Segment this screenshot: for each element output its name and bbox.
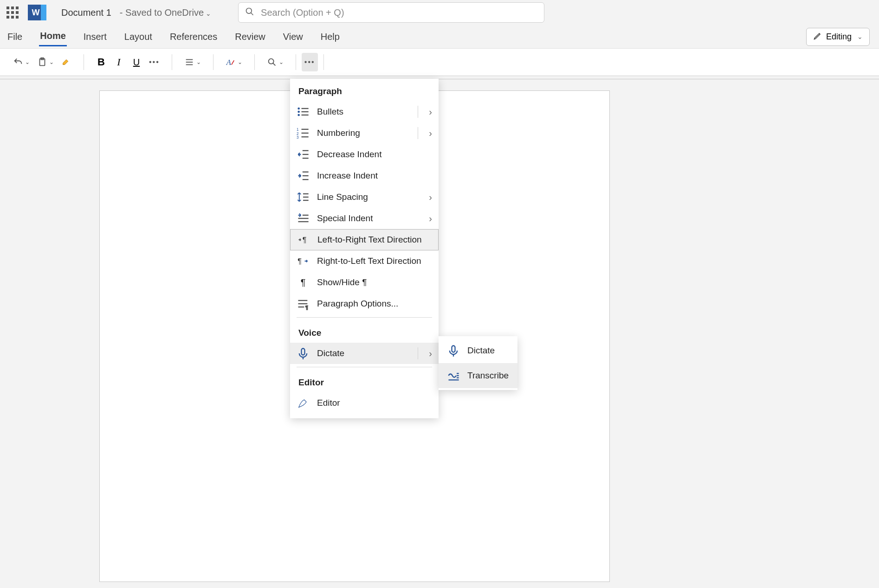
more-font-button[interactable]: ••• — [146, 53, 162, 71]
menu-rtl-direction[interactable]: ¶ Right-to-Left Text Direction — [290, 250, 439, 272]
tab-review[interactable]: Review — [234, 28, 266, 46]
italic-button[interactable]: I — [111, 53, 127, 71]
separator — [323, 54, 324, 70]
menu-line-spacing[interactable]: Line Spacing › — [290, 186, 439, 208]
menu-paragraph-options[interactable]: ¶ Paragraph Options... — [290, 293, 439, 314]
more-commands-menu: Paragraph Bullets › 123 Numbering › Decr… — [290, 79, 439, 418]
menu-label: Editor — [317, 398, 340, 408]
decrease-indent-icon — [297, 149, 310, 160]
chevron-down-icon: ⌄ — [206, 10, 211, 17]
pilcrow-icon: ¶ — [297, 277, 310, 288]
separator — [213, 54, 213, 70]
line-spacing-icon — [297, 192, 310, 203]
menu-label: Left-to-Right Text Direction — [317, 235, 422, 245]
tab-help[interactable]: Help — [320, 28, 341, 46]
document-canvas — [0, 79, 879, 588]
svg-rect-40 — [302, 349, 305, 355]
align-button[interactable]: ⌄ — [181, 53, 204, 71]
tab-layout[interactable]: Layout — [123, 28, 153, 46]
svg-line-9 — [273, 63, 276, 66]
chevron-down-icon: ⌄ — [49, 59, 54, 65]
status-sep: - — [120, 7, 125, 18]
microphone-icon — [297, 348, 310, 359]
chevron-down-icon: ⌄ — [279, 59, 284, 65]
paragraph-options-icon: ¶ — [297, 298, 310, 309]
menu-editor[interactable]: Editor — [290, 392, 439, 414]
more-commands-button[interactable]: ••• — [302, 53, 318, 71]
tab-home[interactable]: Home — [39, 27, 67, 46]
menu-divider — [297, 367, 432, 367]
bullets-icon — [297, 106, 310, 117]
chevron-right-icon: › — [429, 192, 432, 203]
underline-button[interactable]: U — [129, 53, 144, 71]
increase-indent-icon — [297, 170, 310, 181]
menu-numbering[interactable]: 123 Numbering › — [290, 122, 439, 144]
svg-text:3: 3 — [297, 135, 299, 140]
svg-point-11 — [297, 111, 300, 113]
tab-references[interactable]: References — [169, 28, 218, 46]
numbering-icon: 123 — [297, 128, 310, 139]
chevron-right-icon: › — [429, 128, 432, 139]
menu-label: Increase Indent — [317, 171, 378, 181]
menu-label: Bullets — [317, 107, 343, 117]
editing-mode-button[interactable]: Editing ⌄ — [806, 28, 870, 46]
submenu-dictate[interactable]: Dictate — [439, 338, 517, 363]
submenu-label: Transcribe — [467, 371, 509, 381]
tab-file[interactable]: File — [6, 28, 23, 46]
app-launcher-icon[interactable] — [6, 6, 19, 19]
menu-special-indent[interactable]: Special Indent › — [290, 208, 439, 229]
menu-label: Dictate — [317, 348, 344, 358]
undo-button[interactable]: ⌄ — [10, 53, 32, 71]
styles-button[interactable]: A⌄ — [223, 53, 245, 71]
menu-decrease-indent[interactable]: Decrease Indent — [290, 144, 439, 165]
submenu-label: Dictate — [467, 345, 495, 356]
separator — [172, 54, 172, 70]
find-button[interactable]: ⌄ — [264, 53, 286, 71]
editing-label: Editing — [826, 32, 852, 42]
menu-dictate[interactable]: Dictate › — [290, 343, 439, 364]
svg-point-0 — [246, 8, 252, 13]
menu-label: Show/Hide ¶ — [317, 277, 367, 288]
chevron-down-icon: ⌄ — [238, 59, 242, 65]
chevron-down-icon: ⌄ — [25, 59, 30, 65]
svg-text:A: A — [226, 58, 232, 67]
save-status[interactable]: - Saved to OneDrive⌄ — [120, 7, 211, 18]
menu-show-hide[interactable]: ¶ Show/Hide ¶ — [290, 272, 439, 293]
format-painter-button[interactable] — [58, 53, 74, 71]
separator — [254, 54, 255, 70]
search-input[interactable]: Search (Option + Q) — [238, 2, 544, 23]
chevron-right-icon: › — [429, 107, 432, 117]
menu-label: Line Spacing — [317, 192, 368, 202]
svg-rect-42 — [452, 346, 455, 352]
menu-section-paragraph: Paragraph — [290, 79, 439, 101]
separator — [84, 54, 84, 70]
svg-point-10 — [297, 108, 300, 110]
menu-label: Right-to-Left Text Direction — [317, 256, 421, 266]
editor-icon — [297, 397, 310, 409]
transcribe-icon — [447, 370, 460, 381]
tab-insert[interactable]: Insert — [83, 28, 108, 46]
menu-ltr-direction[interactable]: ¶ Left-to-Right Text Direction — [290, 229, 439, 250]
ltr-icon: ¶ — [297, 234, 310, 245]
menu-bullets[interactable]: Bullets › — [290, 101, 439, 122]
bold-button[interactable]: B — [93, 53, 109, 71]
svg-point-12 — [297, 114, 300, 116]
rtl-icon: ¶ — [297, 256, 310, 267]
microphone-icon — [447, 345, 460, 356]
chevron-right-icon: › — [429, 348, 432, 359]
search-icon — [245, 7, 254, 19]
chevron-right-icon: › — [429, 213, 432, 224]
svg-text:¶: ¶ — [305, 304, 308, 310]
submenu-transcribe[interactable]: Transcribe — [439, 363, 517, 388]
tab-view[interactable]: View — [282, 28, 304, 46]
titlebar: W Document 1 - Saved to OneDrive⌄ Search… — [0, 0, 879, 25]
menu-divider — [297, 317, 432, 318]
menu-increase-indent[interactable]: Increase Indent — [290, 165, 439, 186]
svg-text:¶: ¶ — [297, 257, 302, 265]
paste-button[interactable]: ⌄ — [34, 53, 57, 71]
menu-section-voice: Voice — [290, 320, 439, 343]
word-app-icon[interactable]: W — [28, 5, 44, 20]
separator — [296, 54, 296, 70]
document-name[interactable]: Document 1 — [61, 7, 111, 18]
menu-label: Special Indent — [317, 213, 373, 224]
